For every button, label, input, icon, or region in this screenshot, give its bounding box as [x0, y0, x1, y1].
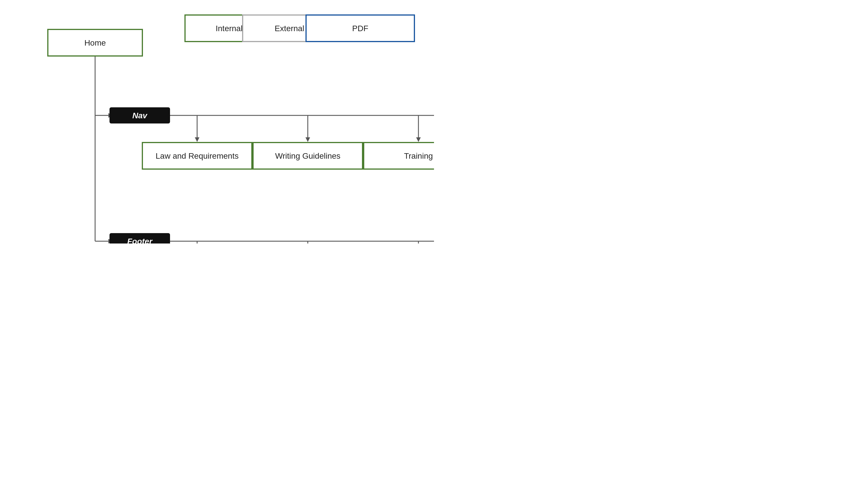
nav-label: Nav [110, 107, 170, 123]
nav-item-law: Law and Requirements [142, 142, 252, 170]
legend-pdf: PDF [306, 15, 415, 42]
sitemap-diagram: Internal page External site PDF Home Nav… [0, 0, 434, 244]
nav-item-training: Training [363, 142, 434, 170]
svg-marker-10 [416, 137, 421, 142]
nav-item-writing: Writing Guidelines [252, 142, 363, 170]
footer-label: Footer [110, 233, 170, 244]
home-node: Home [47, 29, 143, 57]
svg-marker-6 [195, 137, 199, 142]
svg-marker-8 [306, 137, 310, 142]
